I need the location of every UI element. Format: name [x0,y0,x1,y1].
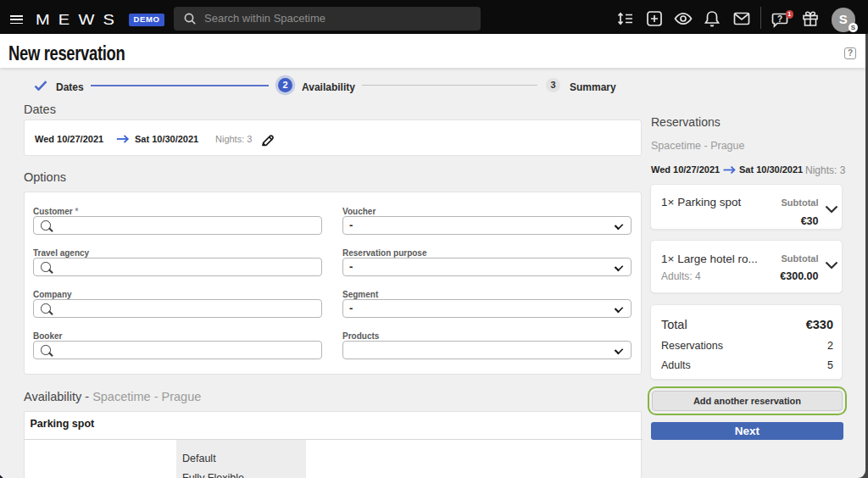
svg-text:?: ? [777,14,782,24]
